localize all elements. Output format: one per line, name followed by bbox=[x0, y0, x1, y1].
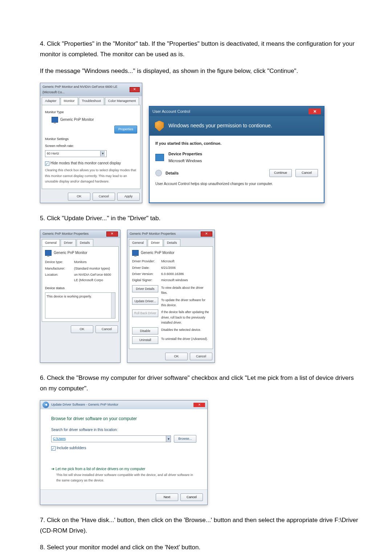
close-icon[interactable]: ✕ bbox=[130, 87, 140, 92]
continue-button[interactable]: Continue bbox=[269, 169, 292, 177]
shield-icon bbox=[155, 120, 164, 131]
monitor-type-label: Monitor Type bbox=[45, 110, 137, 115]
figure-step-6: ◀ Update Driver Software - Generic PnP M… bbox=[40, 400, 359, 505]
cancel-button[interactable]: Cancel bbox=[93, 193, 115, 200]
uac-item-vendor: Microsoft Windows bbox=[168, 157, 202, 164]
device-type-value: Monitors bbox=[74, 259, 87, 265]
close-icon[interactable]: ✕ bbox=[193, 403, 205, 407]
uac-footer-text: User Account Control helps stop unauthor… bbox=[155, 181, 318, 187]
driver-date-value: 6/21/2006 bbox=[161, 265, 176, 271]
hide-modes-checkbox[interactable] bbox=[45, 161, 49, 166]
close-icon[interactable]: ✕ bbox=[106, 231, 118, 237]
titlebar: Generic PnP Monitor Properties ✕ bbox=[40, 230, 120, 238]
cancel-button[interactable]: Cancel bbox=[295, 169, 318, 177]
tab-details[interactable]: Details bbox=[164, 239, 180, 246]
device-type-label: Device type: bbox=[45, 259, 70, 265]
ok-button[interactable]: OK bbox=[68, 193, 90, 200]
step-7-text: 7. Click on the 'Have disk...' button, t… bbox=[40, 515, 359, 536]
include-subfolders-checkbox[interactable] bbox=[51, 446, 56, 451]
monitor-settings-label: Monitor Settings bbox=[45, 136, 137, 142]
tab-details[interactable]: Details bbox=[77, 239, 93, 246]
tab-bar: General Driver Details bbox=[40, 238, 120, 246]
device-status-label: Device status bbox=[45, 286, 115, 291]
manufacturer-value: (Standard monitor types) bbox=[74, 266, 110, 271]
cancel-button[interactable]: Cancel bbox=[95, 325, 118, 333]
uac-dialog: User Account Control ✕ Windows needs you… bbox=[149, 106, 324, 203]
details-chevron-icon[interactable] bbox=[155, 170, 162, 176]
tab-color-management[interactable]: Color Management bbox=[105, 97, 139, 104]
cancel-button[interactable]: Cancel bbox=[180, 493, 203, 501]
uac-item-title: Device Properties bbox=[168, 151, 202, 157]
titlebar: Generic PnP Monitor and NVIDIA GeForce 6… bbox=[40, 83, 142, 97]
update-driver-button[interactable]: Update Driver... bbox=[132, 297, 158, 305]
step-4-text-a: 4. Click "Properties" in the "Monitor" t… bbox=[40, 39, 359, 60]
let-me-pick-link[interactable]: ➔ Let me pick from a list of device driv… bbox=[51, 465, 196, 483]
driver-details-button[interactable]: Driver Details bbox=[132, 285, 158, 292]
close-icon[interactable]: ✕ bbox=[201, 231, 212, 237]
path-dropdown[interactable]: C:\Users▾ bbox=[51, 435, 171, 442]
properties-driver-dialog: Generic PnP Monitor Properties ✕ General… bbox=[127, 230, 215, 362]
tab-general[interactable]: General bbox=[42, 239, 60, 246]
window-title: Generic PnP Monitor Properties bbox=[130, 231, 176, 237]
step-8-text: 8. Select your monitor model and click o… bbox=[40, 542, 359, 553]
uac-started-text: If you started this action, continue. bbox=[155, 140, 318, 147]
titlebar: Generic PnP Monitor Properties ✕ bbox=[127, 230, 215, 238]
refresh-rate-dropdown[interactable]: 60 Hertz▾ bbox=[45, 150, 107, 157]
monitor-panel: Monitor Type Generic PnP Monitor Propert… bbox=[42, 105, 140, 189]
search-location-label: Search for driver software in this locat… bbox=[51, 427, 196, 433]
apply-button[interactable]: Apply bbox=[117, 193, 140, 200]
wizard-header: ◀ Update Driver Software - Generic PnP M… bbox=[40, 401, 207, 409]
update-driver-wizard: ◀ Update Driver Software - Generic PnP M… bbox=[40, 400, 208, 505]
monitor-properties-dialog: Generic PnP Monitor and NVIDIA GeForce 6… bbox=[40, 83, 142, 203]
scrollbar[interactable] bbox=[111, 293, 115, 318]
disable-button[interactable]: Disable bbox=[132, 327, 158, 335]
details-label[interactable]: Details bbox=[166, 170, 179, 177]
properties-button[interactable]: Properties bbox=[114, 126, 137, 133]
digital-signer-label: Digital Signer: bbox=[132, 278, 158, 283]
tab-bar: General Driver Details bbox=[127, 238, 215, 246]
tab-driver[interactable]: Driver bbox=[148, 239, 163, 246]
let-me-pick-label: Let me pick from a list of device driver… bbox=[56, 467, 145, 471]
wizard-body: Browse for driver software on your compu… bbox=[40, 409, 207, 489]
uninstall-button[interactable]: Uninstall bbox=[132, 336, 158, 344]
program-icon bbox=[155, 154, 164, 161]
tab-general[interactable]: General bbox=[129, 239, 147, 246]
ok-button[interactable]: OK bbox=[165, 353, 188, 360]
manufacturer-label: Manufacturer: bbox=[45, 266, 70, 271]
disable-desc: Disables the selected device. bbox=[161, 327, 210, 332]
digital-signer-value: microsoft windows bbox=[161, 278, 188, 283]
figure-step-4: Generic PnP Monitor and NVIDIA GeForce 6… bbox=[40, 83, 359, 203]
step-4-text-b: If the message "Windows needs..." is dis… bbox=[40, 66, 359, 77]
general-panel: Generic PnP Monitor Device type:Monitors… bbox=[42, 246, 119, 322]
driver-version-value: 6.0.6000.16386 bbox=[161, 271, 184, 277]
uac-titlebar: User Account Control ✕ bbox=[150, 107, 324, 116]
step-5-text: 5. Click "Update Driver..." in the "Driv… bbox=[40, 213, 359, 224]
let-me-pick-desc: This list will show installed driver sof… bbox=[56, 472, 196, 484]
ok-button[interactable]: OK bbox=[71, 325, 93, 333]
uac-body: If you started this action, continue. De… bbox=[150, 136, 324, 191]
monitor-icon bbox=[52, 117, 58, 123]
cancel-button[interactable]: Cancel bbox=[190, 353, 212, 360]
close-icon[interactable]: ✕ bbox=[309, 108, 321, 114]
tab-monitor[interactable]: Monitor bbox=[61, 97, 78, 104]
browse-button[interactable]: Browse... bbox=[174, 435, 196, 443]
dialog-footer: OK Cancel Apply bbox=[40, 190, 142, 202]
refresh-rate-value: 60 Hertz bbox=[47, 151, 59, 156]
driver-version-label: Driver Version: bbox=[132, 271, 158, 277]
step-6-text: 6. Check the "Browse my computer for dri… bbox=[40, 373, 359, 394]
driver-date-label: Driver Date: bbox=[132, 265, 158, 271]
wizard-title: Update Driver Software - Generic PnP Mon… bbox=[51, 402, 118, 407]
refresh-rate-label: Screen refresh rate: bbox=[45, 143, 137, 149]
chevron-down-icon: ▾ bbox=[166, 436, 171, 442]
document-page: 4. Click "Properties" in the "Monitor" t… bbox=[0, 0, 392, 554]
properties-general-dialog: Generic PnP Monitor Properties ✕ General… bbox=[40, 230, 121, 362]
back-icon[interactable]: ◀ bbox=[42, 402, 49, 408]
dialog-footer: OK Cancel bbox=[127, 350, 215, 362]
tab-driver[interactable]: Driver bbox=[61, 239, 76, 246]
uac-message-bar: Windows needs your permission to contion… bbox=[150, 116, 324, 136]
next-button[interactable]: Next bbox=[156, 493, 178, 501]
dialog-footer: OK Cancel bbox=[40, 323, 120, 335]
device-name: Generic PnP Monitor bbox=[141, 251, 175, 255]
tab-troubleshoot[interactable]: Troubleshoot bbox=[79, 97, 104, 104]
tab-adapter[interactable]: Adapter bbox=[42, 97, 60, 104]
